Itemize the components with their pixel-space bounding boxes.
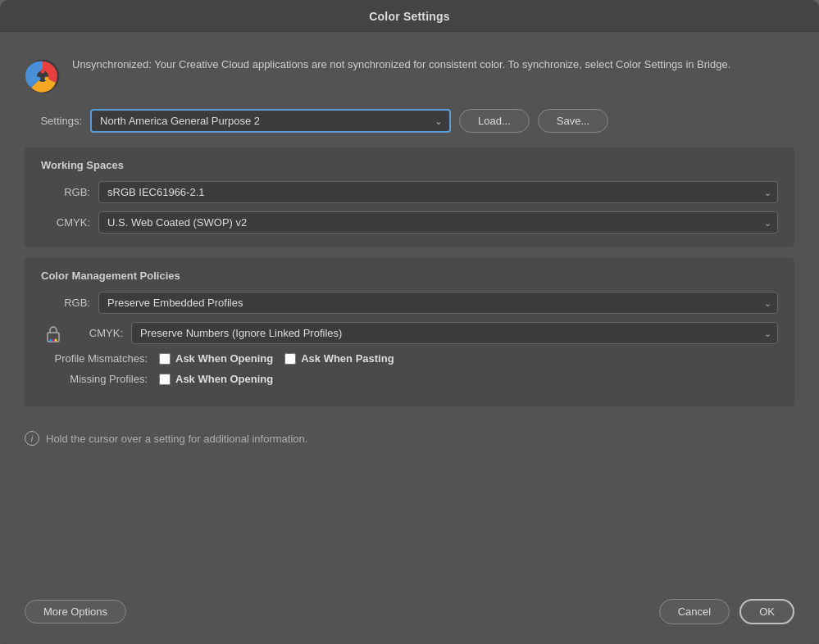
unsync-text: Unsynchronized: Your Creative Cloud appl… [72,57,730,73]
settings-dropdown-wrapper: North America General Purpose 2 ⌄ [90,109,451,133]
color-mgmt-cmyk-select-wrapper: Preserve Numbers (Ignore Linked Profiles… [131,322,778,344]
svg-point-4 [37,77,41,81]
save-button[interactable]: Save... [538,109,608,133]
svg-point-7 [52,338,55,341]
settings-dropdown[interactable]: North America General Purpose 2 [90,109,451,133]
ask-when-pasting-checkbox[interactable] [284,353,296,365]
title-bar: Color Settings [0,0,819,32]
cmyk-field-row: CMYK: U.S. Web Coated (SWOP) v2 ⌄ [41,211,778,234]
rgb-select[interactable]: sRGB IEC61966-2.1 [98,181,778,203]
cancel-button[interactable]: Cancel [659,599,730,624]
more-options-button[interactable]: More Options [25,600,126,624]
dialog-body: Unsynchronized: Your Creative Cloud appl… [0,32,819,586]
ask-when-opening-1-checkbox[interactable] [159,353,171,365]
missing-profiles-label: Missing Profiles: [41,373,148,385]
color-mgmt-cmyk-row: CMYK: Preserve Numbers (Ignore Linked Pr… [41,322,778,344]
color-mgmt-section: Color Management Policies RGB: Preserve … [25,258,794,406]
load-button[interactable]: Load... [459,109,530,133]
color-mgmt-rgb-label: RGB: [41,297,90,309]
info-line: i Hold the cursor over a setting for add… [25,418,794,446]
cmyk-lock-icon [43,324,63,343]
color-mgmt-title: Color Management Policies [41,270,778,282]
info-icon: i [25,431,39,446]
color-settings-dialog: Color Settings Unsynchronized: Your Crea… [0,0,819,644]
creative-cloud-icon [25,58,61,94]
cmyk-select-wrapper: U.S. Web Coated (SWOP) v2 ⌄ [98,211,778,234]
ask-when-opening-2-label[interactable]: Ask When Opening [159,373,273,385]
settings-label: Settings: [25,115,82,127]
color-mgmt-cmyk-select[interactable]: Preserve Numbers (Ignore Linked Profiles… [131,322,778,344]
svg-point-3 [45,77,49,81]
color-mgmt-rgb-row: RGB: Preserve Embedded Profiles ⌄ [41,292,778,314]
rgb-label: RGB: [41,186,90,198]
svg-point-2 [41,70,45,74]
lock-icon-wrap [41,324,66,343]
settings-row: Settings: North America General Purpose … [25,109,794,133]
dialog-title: Color Settings [0,10,819,23]
svg-point-8 [55,338,57,341]
rgb-select-wrapper: sRGB IEC61966-2.1 ⌄ [98,181,778,203]
bottom-bar: More Options Cancel OK [0,586,819,644]
rgb-field-row: RGB: sRGB IEC61966-2.1 ⌄ [41,181,778,203]
working-spaces-section: Working Spaces RGB: sRGB IEC61966-2.1 ⌄ … [25,147,794,247]
ask-when-opening-2-checkbox[interactable] [159,374,171,385]
cmyk-select[interactable]: U.S. Web Coated (SWOP) v2 [98,211,778,234]
ask-when-pasting-label[interactable]: Ask When Pasting [284,352,394,365]
ask-when-opening-1-label[interactable]: Ask When Opening [159,352,273,365]
info-text: Hold the cursor over a setting for addit… [46,433,307,445]
profile-mismatches-row: Profile Mismatches: Ask When Opening Ask… [41,352,778,365]
profile-mismatches-label: Profile Mismatches: [41,352,148,365]
bottom-right-buttons: Cancel OK [659,599,794,624]
unsync-banner: Unsynchronized: Your Creative Cloud appl… [25,48,794,109]
cmyk-label: CMYK: [41,216,90,229]
ok-button[interactable]: OK [739,599,794,624]
color-mgmt-rgb-select[interactable]: Preserve Embedded Profiles [98,292,778,314]
missing-profiles-row: Missing Profiles: Ask When Opening [41,373,778,385]
svg-point-6 [50,338,52,341]
working-spaces-title: Working Spaces [41,159,778,171]
color-mgmt-rgb-select-wrapper: Preserve Embedded Profiles ⌄ [98,292,778,314]
color-mgmt-cmyk-label: CMYK: [74,327,123,339]
